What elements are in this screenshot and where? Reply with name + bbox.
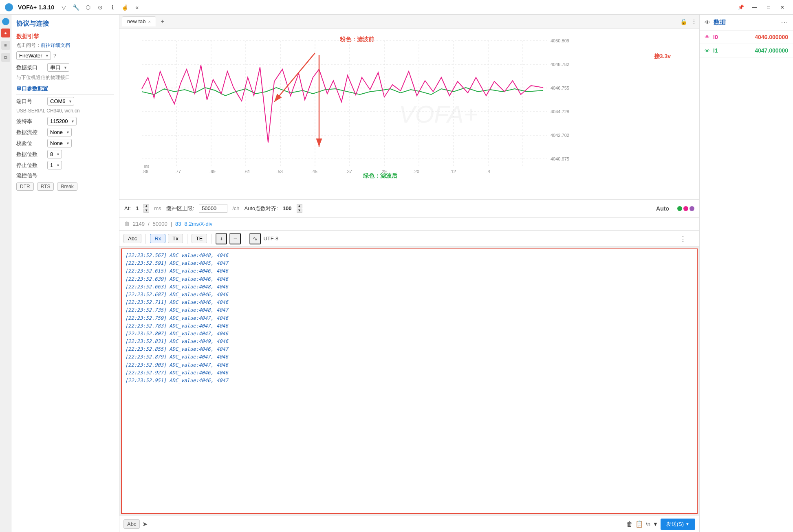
auto-up[interactable]: ▲ (297, 204, 302, 208)
tab-menu-icon[interactable]: ⋮ (691, 18, 697, 25)
send-bar: Abc ➤ 🗑 📋 \n ▼ 发送(S) ▼ (119, 516, 699, 532)
auto-spinner[interactable]: ▲ ▼ (297, 204, 302, 213)
engine-help[interactable]: ? (53, 53, 56, 59)
edge-circle-icon[interactable] (2, 18, 9, 25)
finger-icon[interactable]: ☝ (120, 3, 129, 12)
dtr-button[interactable]: DTR (16, 182, 34, 191)
data-bits-select[interactable]: 8 (47, 150, 62, 158)
minimize-button[interactable]: — (749, 2, 760, 13)
channel2-dot (689, 206, 694, 211)
edge-copy-icon[interactable]: ⧉ (1, 53, 10, 62)
toolbar-sep3 (211, 234, 211, 244)
tab-add-button[interactable]: + (158, 17, 167, 26)
delta-t-value: 1 (136, 205, 139, 211)
target-icon[interactable]: ⊙ (96, 3, 105, 12)
terminal-line: [22:23:52.759] ADC_value:4047, 4046 (125, 314, 694, 322)
stop-bits-select-wrapper: 1 (47, 161, 62, 169)
format-button[interactable]: TE (192, 234, 207, 243)
stop-bits-select[interactable]: 1 (47, 161, 62, 169)
status-rate: 83 (175, 221, 181, 227)
rts-button[interactable]: RTS (37, 182, 54, 191)
send-dropdown-arrow[interactable]: ▼ (653, 521, 658, 527)
edge-record-icon[interactable]: ● (1, 29, 10, 37)
delta-t-up[interactable]: ▲ (143, 204, 149, 208)
send-arrow-icon[interactable]: ➤ (142, 520, 148, 528)
status-rate-unit: 8.2ms/X-div (185, 221, 213, 227)
flow-ctrl-label: 流控信号 (16, 172, 45, 179)
svg-text:-12: -12 (449, 169, 456, 174)
engine-select[interactable]: FireWater (16, 51, 51, 60)
svg-text:-4: -4 (486, 169, 490, 174)
lock-icon[interactable]: 🔒 (680, 18, 687, 25)
engine-select-wrapper: FireWater (16, 51, 51, 60)
right-panel-more-icon[interactable]: ⋯ (781, 18, 788, 27)
interface-desc: 与下位机通信的物理接口 (16, 74, 114, 81)
svg-text:-37: -37 (346, 169, 352, 174)
baud-select-wrapper: 115200 (47, 117, 77, 125)
data-bits-select-wrapper: 8 (47, 150, 62, 158)
channel-i0-label: I0 (713, 34, 718, 40)
parity-select[interactable]: None (47, 139, 72, 147)
terminal-line: [22:23:52.783] ADC_value:4047, 4046 (125, 322, 694, 330)
send-abc-button[interactable]: Abc (123, 519, 140, 529)
tab-label: new tab (127, 18, 146, 24)
auto-down[interactable]: ▼ (297, 209, 302, 213)
abc-format-button[interactable]: Abc (123, 234, 141, 243)
buffer-input[interactable] (199, 204, 227, 213)
auto-align-value: 100 (283, 205, 292, 211)
wrench-icon[interactable]: 🔧 (71, 3, 80, 12)
port-select[interactable]: COM6 (47, 97, 74, 106)
channel-i1-eye[interactable]: 👁 (705, 48, 710, 54)
trash-icon[interactable]: 🗑 (124, 221, 130, 227)
close-button[interactable]: ✕ (777, 2, 788, 13)
chart-controls: Δt: 1 ▲ ▼ ms 缓冲区上限: /ch Auto点数对齐: 100 ▲ … (119, 200, 699, 218)
break-button[interactable]: Break (57, 182, 77, 191)
svg-text:ms: ms (144, 164, 149, 169)
svg-text:4044.728: 4044.728 (551, 109, 569, 114)
terminal-line: [22:23:52.807] ADC_value:4047, 4046 (125, 330, 694, 338)
minus-button[interactable]: − (229, 233, 241, 244)
app-title: VOFA+ 1.3.10 (18, 4, 54, 11)
encoding-label: UTF-8 (263, 235, 278, 242)
engine-desc: 点击问号：前往详细文档 (16, 42, 114, 49)
tx-button[interactable]: Tx (168, 234, 183, 243)
baud-select[interactable]: 115200 (47, 117, 77, 125)
arrow-down-icon[interactable]: ▽ (59, 3, 68, 12)
pin-icon[interactable]: 📌 (735, 2, 747, 13)
send-dropdown-icon[interactable]: ▼ (685, 522, 689, 526)
info-icon[interactable]: ℹ (108, 3, 117, 12)
engine-row: FireWater ? (16, 51, 114, 60)
terminal-more-icon[interactable]: ⋮ (679, 234, 687, 243)
baud-row: 波特率 115200 (16, 117, 114, 125)
maximize-button[interactable]: □ (763, 2, 774, 13)
send-erase-icon[interactable]: 🗑 (626, 521, 633, 528)
tab-close-icon[interactable]: × (148, 19, 151, 24)
data-bits-row: 数据位数 8 (16, 150, 114, 158)
wave-button[interactable]: ∿ (249, 233, 261, 244)
tab-new[interactable]: new tab × (122, 16, 156, 26)
right-panel-header: 👁 数据 ⋯ (700, 15, 793, 31)
interface-select[interactable]: 串口 (47, 63, 69, 72)
channel-i1-value: 4047.000000 (755, 47, 788, 54)
svg-text:-77: -77 (174, 169, 181, 174)
delta-t-spinner[interactable]: ▲ ▼ (143, 204, 149, 213)
eye-icon: 👁 (705, 19, 710, 26)
edge-lines-icon[interactable]: ≡ (1, 41, 10, 50)
add-button[interactable]: + (216, 233, 227, 244)
channel-i0-eye[interactable]: 👁 (705, 34, 710, 40)
delta-t-down[interactable]: ▼ (143, 209, 149, 213)
hex-icon[interactable]: ⬡ (84, 3, 93, 12)
stop-bits-row: 停止位数 1 (16, 161, 114, 169)
toolbar-sep2 (187, 234, 187, 244)
back-icon[interactable]: « (132, 3, 141, 12)
rx-button[interactable]: Rx (150, 234, 165, 243)
terminal-line: [22:23:52.591] ADC_value:4045, 4047 (125, 259, 694, 267)
flow-select[interactable]: None (47, 128, 72, 136)
send-button[interactable]: 发送(S) ▼ (661, 519, 695, 530)
send-paste-icon[interactable]: 📋 (635, 520, 643, 528)
engine-link[interactable]: 前往详细文档 (41, 42, 70, 48)
window-controls: 📌 — □ ✕ (735, 2, 788, 13)
terminal-body[interactable]: [22:23:52.567] ADC_value:4048, 4046[22:2… (121, 248, 698, 514)
right-panel-title: 数据 (714, 19, 726, 26)
engine-section-title: 数据引擎 (16, 33, 114, 40)
